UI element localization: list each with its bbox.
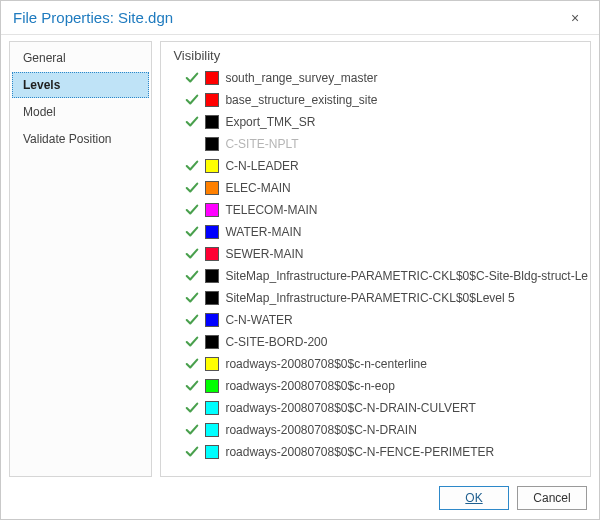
visibility-header: Visibility	[171, 48, 590, 67]
level-row[interactable]: roadways-20080708$0$C-N-DRAIN-CULVERT	[171, 397, 588, 419]
color-swatch	[205, 357, 219, 371]
level-row[interactable]: roadways-20080708$0$c-n-eop	[171, 375, 588, 397]
window-title: File Properties: Site.dgn	[13, 9, 561, 26]
visibility-check-icon[interactable]	[185, 159, 199, 173]
visibility-check-icon[interactable]	[185, 225, 199, 239]
level-row[interactable]: base_structure_existing_site	[171, 89, 588, 111]
visibility-check-icon[interactable]	[185, 423, 199, 437]
color-swatch	[205, 93, 219, 107]
level-name: SEWER-MAIN	[225, 247, 303, 261]
level-name: roadways-20080708$0$c-n-centerline	[225, 357, 426, 371]
visibility-check-icon[interactable]	[185, 115, 199, 129]
level-name: TELECOM-MAIN	[225, 203, 317, 217]
color-swatch	[205, 137, 219, 151]
color-swatch	[205, 203, 219, 217]
visibility-check-icon[interactable]	[185, 357, 199, 371]
color-swatch	[205, 71, 219, 85]
level-name: WATER-MAIN	[225, 225, 301, 239]
visibility-check-icon[interactable]	[185, 313, 199, 327]
visibility-check-icon[interactable]	[185, 247, 199, 261]
nav-item-levels[interactable]: Levels	[12, 72, 149, 98]
visibility-check-icon[interactable]	[185, 401, 199, 415]
level-row[interactable]: C-SITE-NPLT	[171, 133, 588, 155]
color-swatch	[205, 291, 219, 305]
nav-item-label: Levels	[23, 78, 60, 92]
color-swatch	[205, 401, 219, 415]
color-swatch	[205, 115, 219, 129]
visibility-check-icon[interactable]	[185, 93, 199, 107]
level-row[interactable]: TELECOM-MAIN	[171, 199, 588, 221]
color-swatch	[205, 269, 219, 283]
close-button[interactable]: ×	[561, 4, 589, 32]
nav-item-label: Model	[23, 105, 56, 119]
color-swatch	[205, 159, 219, 173]
visibility-check-icon[interactable]	[185, 181, 199, 195]
color-swatch	[205, 379, 219, 393]
nav-item-general[interactable]: General	[12, 45, 149, 71]
level-row[interactable]: C-N-WATER	[171, 309, 588, 331]
file-properties-dialog: File Properties: Site.dgn × GeneralLevel…	[0, 0, 600, 520]
level-name: Export_TMK_SR	[225, 115, 315, 129]
level-name: roadways-20080708$0$C-N-DRAIN-CULVERT	[225, 401, 475, 415]
color-swatch	[205, 313, 219, 327]
main-panel: Visibility south_range_survey_masterbase…	[160, 41, 591, 477]
close-icon: ×	[571, 10, 579, 26]
nav-item-validate-position[interactable]: Validate Position	[12, 126, 149, 152]
color-swatch	[205, 335, 219, 349]
level-row[interactable]: roadways-20080708$0$C-N-DRAIN	[171, 419, 588, 441]
level-name: C-N-LEADER	[225, 159, 298, 173]
visibility-check-icon[interactable]	[185, 269, 199, 283]
level-row[interactable]: ELEC-MAIN	[171, 177, 588, 199]
nav-item-model[interactable]: Model	[12, 99, 149, 125]
level-name: roadways-20080708$0$c-n-eop	[225, 379, 394, 393]
level-row[interactable]: SEWER-MAIN	[171, 243, 588, 265]
dialog-footer: OK Cancel	[1, 477, 599, 519]
visibility-check-icon[interactable]	[185, 291, 199, 305]
content-area: GeneralLevelsModelValidate Position Visi…	[1, 35, 599, 477]
level-row[interactable]: Export_TMK_SR	[171, 111, 588, 133]
level-name: south_range_survey_master	[225, 71, 377, 85]
level-name: base_structure_existing_site	[225, 93, 377, 107]
level-name: SiteMap_Infrastructure-PARAMETRIC-CKL$0$…	[225, 269, 588, 283]
visibility-check-icon[interactable]	[185, 445, 199, 459]
color-swatch	[205, 247, 219, 261]
level-name: C-SITE-NPLT	[225, 137, 298, 151]
nav-sidebar: GeneralLevelsModelValidate Position	[9, 41, 152, 477]
levels-list[interactable]: south_range_survey_masterbase_structure_…	[171, 67, 590, 472]
visibility-check-icon[interactable]	[185, 203, 199, 217]
level-name: C-N-WATER	[225, 313, 292, 327]
cancel-button[interactable]: Cancel	[517, 486, 587, 510]
level-row[interactable]: C-SITE-BORD-200	[171, 331, 588, 353]
level-name: SiteMap_Infrastructure-PARAMETRIC-CKL$0$…	[225, 291, 514, 305]
level-row[interactable]: roadways-20080708$0$C-N-FENCE-PERIMETER	[171, 441, 588, 463]
visibility-check-icon[interactable]	[185, 379, 199, 393]
color-swatch	[205, 445, 219, 459]
color-swatch	[205, 225, 219, 239]
titlebar: File Properties: Site.dgn ×	[1, 1, 599, 35]
nav-item-label: Validate Position	[23, 132, 112, 146]
level-row[interactable]: SiteMap_Infrastructure-PARAMETRIC-CKL$0$…	[171, 287, 588, 309]
visibility-check-icon[interactable]	[185, 71, 199, 85]
visibility-check-icon[interactable]	[185, 137, 199, 151]
ok-button[interactable]: OK	[439, 486, 509, 510]
level-row[interactable]: SiteMap_Infrastructure-PARAMETRIC-CKL$0$…	[171, 265, 588, 287]
level-row[interactable]: south_range_survey_master	[171, 67, 588, 89]
level-name: C-SITE-BORD-200	[225, 335, 327, 349]
level-name: ELEC-MAIN	[225, 181, 290, 195]
color-swatch	[205, 423, 219, 437]
color-swatch	[205, 181, 219, 195]
visibility-check-icon[interactable]	[185, 335, 199, 349]
level-name: roadways-20080708$0$C-N-DRAIN	[225, 423, 416, 437]
nav-item-label: General	[23, 51, 66, 65]
level-row[interactable]: C-N-LEADER	[171, 155, 588, 177]
level-row[interactable]: WATER-MAIN	[171, 221, 588, 243]
level-row[interactable]: roadways-20080708$0$c-n-centerline	[171, 353, 588, 375]
level-name: roadways-20080708$0$C-N-FENCE-PERIMETER	[225, 445, 494, 459]
